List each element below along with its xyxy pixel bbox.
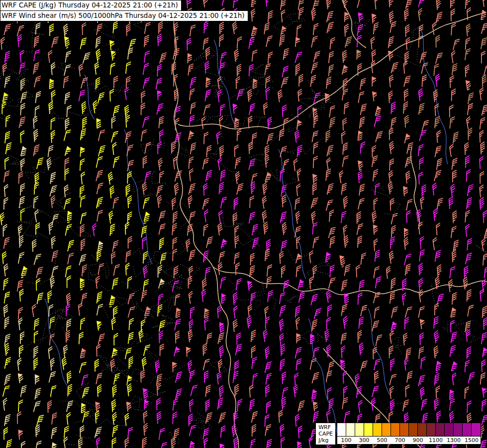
legend-color-segment — [391, 423, 400, 436]
cape-legend: WRF CAPE J/kg 10030050070090011001300150… — [315, 423, 481, 445]
legend-tick-label: 1300 — [445, 437, 463, 444]
legend-color-segment — [472, 423, 481, 436]
legend-color-segment — [454, 423, 463, 436]
legend-title-model: WRF — [318, 424, 333, 431]
legend-color-segment — [409, 423, 418, 436]
legend-color-segment — [373, 423, 382, 436]
legend-color-segment — [355, 423, 364, 436]
legend-color-segment — [436, 423, 445, 436]
legend-tick-row: 100300500700900110013001500 — [337, 437, 481, 445]
legend-color-segment — [427, 423, 436, 436]
legend-title-unit: J/kg — [318, 437, 333, 444]
legend-colorbar — [337, 423, 481, 437]
legend-color-segment — [337, 423, 346, 436]
title-line-cape: WRF CAPE (J/kg) Thursday 04-12-2025 21:0… — [0, 0, 182, 11]
legend-tick-label: 700 — [391, 437, 409, 444]
legend-tick-label: 1500 — [463, 437, 481, 444]
weather-map-canvas: WRF CAPE (J/kg) Thursday 04-12-2025 21:0… — [0, 0, 487, 448]
title-line-windshear: WRF Wind shear (m/s) 500/1000hPa Thursda… — [0, 10, 248, 21]
legend-color-segment — [463, 423, 472, 436]
legend-tick-label: 100 — [337, 437, 355, 444]
legend-title: WRF CAPE J/kg — [315, 423, 336, 445]
legend-color-segment — [382, 423, 391, 436]
map-title-box: WRF CAPE (J/kg) Thursday 04-12-2025 21:0… — [0, 0, 248, 21]
legend-color-segment — [418, 423, 427, 436]
legend-color-segment — [364, 423, 373, 436]
legend-tick-label: 900 — [409, 437, 427, 444]
legend-tick-label: 300 — [355, 437, 373, 444]
legend-scale: 100300500700900110013001500 — [337, 423, 481, 445]
legend-color-segment — [445, 423, 454, 436]
legend-title-param: CAPE — [318, 431, 333, 437]
legend-color-segment — [400, 423, 409, 436]
legend-tick-label: 500 — [373, 437, 391, 444]
map-graphics — [0, 0, 487, 448]
legend-tick-label: 1100 — [427, 437, 445, 444]
legend-color-segment — [346, 423, 355, 436]
